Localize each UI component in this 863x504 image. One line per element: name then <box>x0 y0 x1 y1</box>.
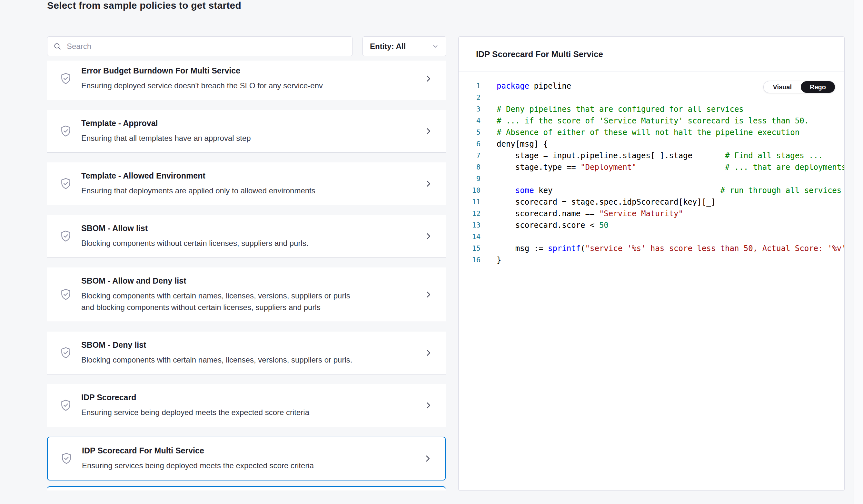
policy-title: SBOM - Deny list <box>81 340 352 350</box>
code-line-content: stage = input.pipeline.stages[_].stage #… <box>480 150 823 161</box>
line-number: 12 <box>459 208 480 219</box>
policy-card-text: IDP Scorecard For Multi Service Ensuring… <box>82 446 314 471</box>
code-token-plain: deny[msg] { <box>497 140 548 148</box>
code-line-content <box>480 231 497 243</box>
code-line: 12 scorecard.name == "Service Maturity" <box>459 208 844 219</box>
policy-preview-panel: IDP Scorecard For Multi Service Visual R… <box>458 36 845 491</box>
line-number: 4 <box>459 115 480 127</box>
code-line-content <box>480 92 497 103</box>
code-line: 9 <box>459 173 844 185</box>
chevron-right-icon <box>424 232 433 241</box>
policy-title: IDP Scorecard <box>81 392 309 402</box>
code-line-content: scorecard.name == "Service Maturity" <box>480 208 683 219</box>
line-number: 10 <box>459 185 480 196</box>
policy-card[interactable]: SBOM - Deny list Blocking components wit… <box>47 332 446 374</box>
line-number: 3 <box>459 103 480 115</box>
code-token-comment: # Deny pipelines that are configured for… <box>497 105 744 114</box>
toggle-rego-button[interactable]: Rego <box>801 81 835 93</box>
policy-card-text: SBOM - Deny list Blocking components wit… <box>81 340 352 366</box>
code-line-content: msg := sprintf("service '%s' has score l… <box>480 243 844 254</box>
code-line: 13 scorecard.score < 50 <box>459 219 844 231</box>
code-line: 7 stage = input.pipeline.stages[_].stage… <box>459 150 844 161</box>
code-line-content: } <box>480 254 501 266</box>
entity-filter-label: Entity: All <box>370 42 406 51</box>
line-number: 2 <box>459 92 480 103</box>
code-line-content: scorecard = stage.spec.idpScorecard[key]… <box>480 196 716 208</box>
policy-card[interactable]: Template - Approval Ensuring that all te… <box>47 110 446 153</box>
search-input[interactable] <box>66 41 346 51</box>
search-box[interactable] <box>47 36 352 56</box>
code-line-content: package pipeline <box>480 80 571 92</box>
preview-title: IDP Scorecard For Multi Service <box>476 49 603 59</box>
code-line: 2 <box>459 92 844 103</box>
policy-description: Ensuring services being deployed meets t… <box>82 460 314 471</box>
code-token-comment: # Absence of either of these will not ha… <box>497 128 799 137</box>
code-token-plain: } <box>497 256 501 264</box>
line-number: 13 <box>459 219 480 231</box>
policy-card[interactable]: SBOM - Allow list Blocking components wi… <box>47 215 446 258</box>
policy-card[interactable]: IDP Scorecard Ensuring service being dep… <box>47 384 446 427</box>
code-token-string: "Service Maturity" <box>599 209 683 218</box>
view-toggle: Visual Rego <box>763 81 835 93</box>
chevron-right-icon <box>424 74 433 83</box>
code-line: 14 <box>459 231 844 243</box>
entity-filter-dropdown[interactable]: Entity: All <box>362 36 446 56</box>
code-line: 8 stage.type == "Deployment" # ... that … <box>459 161 844 173</box>
shield-check-icon <box>59 125 72 138</box>
code-token-keyword: some <box>515 186 534 195</box>
line-number: 15 <box>459 243 480 254</box>
chevron-right-icon <box>423 454 432 463</box>
page-title: Select from sample policies to get start… <box>47 0 241 11</box>
policy-description: Blocking components without certain lice… <box>81 237 308 249</box>
shield-check-icon <box>59 72 72 86</box>
code-line: 11 scorecard = stage.spec.idpScorecard[k… <box>459 196 844 208</box>
code-token-plain: scorecard.score < <box>497 221 599 230</box>
code-line: 15 msg := sprintf("service '%s' has scor… <box>459 243 844 254</box>
code-token-plain: ( <box>580 244 585 253</box>
toggle-visual-button[interactable]: Visual <box>764 81 801 93</box>
code-editor[interactable]: Visual Rego 1package pipeline23# Deny pi… <box>459 72 844 490</box>
policy-card-text: Template - Allowed Environment Ensuring … <box>81 171 315 197</box>
code-line-content: some key # run through all services <box>480 185 841 196</box>
line-number: 5 <box>459 127 480 138</box>
shield-check-icon <box>59 288 72 301</box>
chevron-right-icon <box>424 179 433 188</box>
policy-title: Error Budget Burndown For Multi Service <box>81 66 323 75</box>
code-token-plain: pipeline <box>529 81 571 91</box>
policy-title: Template - Approval <box>81 118 251 128</box>
line-number: 11 <box>459 196 480 208</box>
policy-description: Ensuring deployed service doesn't breach… <box>81 80 323 91</box>
code-token-keyword: sprintf <box>548 244 580 253</box>
toolbar: Entity: All <box>47 36 446 56</box>
page-scrollbar[interactable] <box>854 0 863 504</box>
policy-card[interactable]: IDP Scorecard For Multi Service Ensuring… <box>47 437 446 480</box>
code-token-plain <box>552 186 720 195</box>
chevron-down-icon <box>432 43 439 50</box>
policy-card[interactable]: SBOM - Allow and Deny list Blocking comp… <box>47 268 446 322</box>
policy-card[interactable]: Template - Allowed Environment Ensuring … <box>47 163 446 205</box>
code-line: 16} <box>459 254 844 266</box>
code-token-plain <box>692 151 725 160</box>
code-token-number: 50 <box>599 221 609 230</box>
policy-title: SBOM - Allow and Deny list <box>81 276 359 285</box>
code-token-plain: scorecard = stage.spec.idpScorecard[key]… <box>497 197 716 207</box>
policy-card-text: SBOM - Allow and Deny list Blocking comp… <box>81 276 359 313</box>
shield-check-icon <box>59 399 72 412</box>
line-number: 8 <box>459 161 480 173</box>
code-token-plain: scorecard.name == <box>497 209 599 218</box>
code-line-content <box>480 173 497 185</box>
policy-description: Ensuring that deployments are applied on… <box>81 185 315 197</box>
policy-description: Ensuring service being deployed meets th… <box>81 407 309 418</box>
line-number: 1 <box>459 80 480 92</box>
policy-card[interactable]: Error Budget Burndown For Multi Service … <box>47 61 446 100</box>
policy-title: Template - Allowed Environment <box>81 171 315 180</box>
chevron-right-icon <box>424 401 433 410</box>
code-token-comment: # Find all stages ... <box>725 151 823 160</box>
line-number: 6 <box>459 138 480 150</box>
code-token-plain: key <box>534 186 553 195</box>
shield-check-icon <box>59 346 72 360</box>
code-line: 5# Absence of either of these will not h… <box>459 127 844 138</box>
code-line-content: # Absence of either of these will not ha… <box>480 127 799 138</box>
code-line-content: # Deny pipelines that are configured for… <box>480 103 744 115</box>
policy-card-text: SBOM - Allow list Blocking components wi… <box>81 223 308 249</box>
